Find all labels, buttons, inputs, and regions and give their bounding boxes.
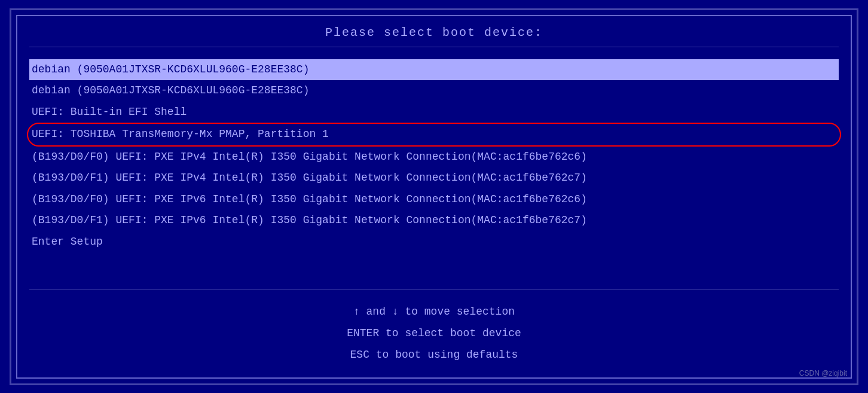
boot-item-item1[interactable]: debian (9050A01JTXSR-KCD6XLUL960G-E28EE3… — [29, 59, 839, 81]
bios-inner: Please select boot device: debian (9050A… — [16, 15, 852, 379]
bios-title: Please select boot device: — [29, 26, 839, 47]
boot-item-item3[interactable]: UEFI: Built-in EFI Shell — [29, 102, 839, 123]
watermark: CSDN @ziqibit — [799, 369, 847, 377]
boot-item-item6[interactable]: (B193/D0/F1) UEFI: PXE IPv4 Intel(R) I35… — [29, 167, 839, 189]
boot-item-item9[interactable]: Enter Setup — [29, 231, 839, 253]
boot-item-item4[interactable]: UEFI: TOSHIBA TransMemory-Mx PMAP, Parti… — [29, 124, 839, 145]
boot-item-item2[interactable]: debian (9050A01JTXSR-KCD6XLUL960G-E28EE3… — [29, 80, 839, 102]
circled-item-wrapper: UEFI: TOSHIBA TransMemory-Mx PMAP, Parti… — [29, 124, 839, 145]
divider — [29, 290, 839, 290]
footer-line1: ↑ and ↓ to move selection — [29, 301, 839, 322]
footer: ↑ and ↓ to move selection ENTER to selec… — [29, 296, 839, 368]
boot-list: debian (9050A01JTXSR-KCD6XLUL960G-E28EE3… — [29, 59, 839, 284]
footer-line3: ESC to boot using defaults — [29, 344, 839, 365]
boot-item-item5[interactable]: (B193/D0/F0) UEFI: PXE IPv4 Intel(R) I35… — [29, 147, 839, 168]
bios-screen: Please select boot device: debian (9050A… — [10, 8, 858, 385]
boot-item-item7[interactable]: (B193/D0/F0) UEFI: PXE IPv6 Intel(R) I35… — [29, 189, 839, 211]
boot-item-item8[interactable]: (B193/D0/F1) UEFI: PXE IPv6 Intel(R) I35… — [29, 210, 839, 231]
footer-line2: ENTER to select boot device — [29, 322, 839, 344]
